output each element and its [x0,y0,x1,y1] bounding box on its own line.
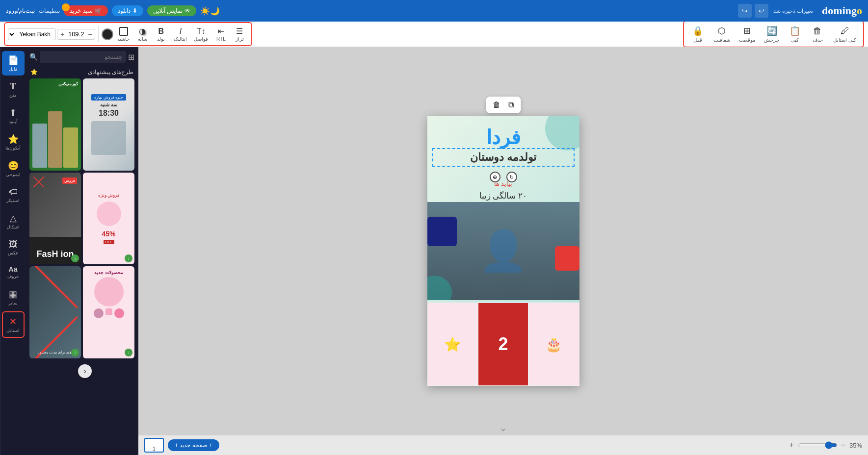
font-size-increase[interactable]: + [59,30,65,38]
canvas-main-text[interactable]: فردا [432,126,575,149]
star-icon: ⭐ [30,69,38,76]
download-icon: ⬇ [132,7,137,14]
zoom-in-button[interactable]: + [789,441,793,450]
panel-nav-left[interactable]: ‹ [78,364,92,378]
sidebar-item-remove-style[interactable]: ✕ استایل [2,311,25,338]
filter-icon[interactable]: ⊞ [128,52,134,62]
border-icon [119,27,128,36]
canvas-sub-text-2[interactable]: ۲۰ سالگی زیبا [432,191,575,201]
sticker-icon: 🏷 [9,187,18,197]
move-handle[interactable]: ⊕ [490,172,500,182]
align-button[interactable]: ☰ تراز [231,25,248,43]
t2-title: کوزمتیکس [32,81,78,86]
font-selector[interactable]: Yekan Bakh [8,28,56,40]
template-card-6[interactable]: لقط برای مدت محدود ↓ [29,266,81,358]
settings-link[interactable]: تنظیمات [39,7,60,14]
t3-off-badge: OFF [104,240,114,244]
rtl-icon: ⇤ [218,26,224,36]
top-bar: domingo تغییرات ذخیره شد ↩ ↪ 🌙☀️ 👁 نمایش… [0,0,868,22]
canvas-scroll-down[interactable]: ⌄ [500,423,507,433]
canvas-photo-area[interactable]: 👤 [427,202,579,300]
theme-toggle[interactable]: 🌙☀️ [200,6,220,16]
font-size-control: − + [57,29,95,40]
border-button[interactable]: حاشیه [114,25,132,43]
sidebar-item-shapes[interactable]: △ اشکال [2,209,25,233]
rotate-button[interactable]: 🔄 چرخش [760,24,783,45]
float-delete-button[interactable]: 🗑 [490,99,503,111]
page-thumb-1[interactable]: 1 [144,438,164,453]
bottom-bar: 35% − + + صفحه جدید + 1 [138,435,868,455]
font-size-decrease[interactable]: − [87,30,93,38]
grid-cell-star[interactable]: ⭐ [427,303,478,386]
italic-button[interactable]: I ایتالیک [171,25,190,43]
sidebar-item-sticker[interactable]: 🏷 استیکر [2,183,25,207]
rtl-button[interactable]: ⇤ RTL [212,25,230,43]
spacing-icon: ↕T [197,27,206,36]
lock-icon: 🔒 [692,25,703,36]
person-silhouette-icon: 👤 [479,228,528,274]
selection-handles: ↻ ⊕ [490,172,517,182]
sidebar-item-letters[interactable]: Aa حروف [2,261,25,283]
canvas-content: فردا تولدمه دوستان ↻ ⊕ بیاید ها ۲۰ سالگی… [427,116,579,386]
template-card-5[interactable]: محصولات جدید ↓ [83,266,134,358]
text-icon: T [10,81,16,92]
copy-icon: 📋 [789,25,800,36]
zoom-slider[interactable] [798,441,837,449]
sidebar-item-upload[interactable]: ⬆ آپلود [2,103,25,128]
card-download-badge-6: ↓ [71,349,79,356]
sidebar-item-files[interactable]: 📄 فایل [2,51,25,76]
card-download-badge-3: ↓ [125,254,132,262]
sidebar-item-emoji[interactable]: 😊 ایموجی [2,156,25,181]
undo-button[interactable]: ↩ [755,4,768,18]
template-card-2[interactable]: کوزمتیکس [29,78,81,171]
lock-button[interactable]: 🔒 قفل [687,24,709,45]
letters-icon: Aa [9,265,18,273]
star-icon: ⭐ [444,336,461,353]
color-picker[interactable] [102,28,113,40]
float-copy-button[interactable]: ⧉ [505,99,517,111]
download-button[interactable]: ⬇ دانلود [112,5,143,16]
cart-button[interactable]: 1 🛒 سبد خرید [64,5,107,16]
template-card-3[interactable]: فروش ویژه 45% OFF ↓ [83,173,134,265]
panel-search-bar: ⊞ 🔍 [26,47,138,67]
position-button[interactable]: ⊞ موقعیت [735,24,759,45]
app-logo: domingo [822,4,862,17]
delete-button[interactable]: 🗑 حذف [807,24,828,45]
search-input[interactable] [40,51,126,63]
right-panel: ⊞ 🔍 طرح‌های پیشنهادی ⭐ جلوه فروش بهاره س… [26,47,138,455]
opacity-icon: ⬡ [718,25,726,36]
font-size-input[interactable] [66,30,86,38]
t4-x-mark [31,175,46,189]
sidebar-item-icons[interactable]: ⭐ آیکون‌ها [2,130,25,154]
cart-badge: 1 [62,3,70,11]
sidebar-item-other[interactable]: ▦ سایر [2,285,25,309]
t1-badge: جلوه فروش بهاره [91,94,126,101]
preview-button[interactable]: 👁 نمایش آنلاین [147,5,196,16]
auth-link[interactable]: ثبت‌نام/ورود [6,7,35,14]
t6-x-mark [29,266,81,358]
template-card-4[interactable]: فروش FasH ion ↓ [29,173,81,265]
copy-style-icon: 🖊 [841,26,849,36]
copy-button[interactable]: 📋 کپی [784,24,806,45]
sidebar-item-photo[interactable]: 🖼 عکس [2,235,25,259]
sidebar-item-text[interactable]: T متن [2,77,25,101]
redo-button[interactable]: ↪ [738,4,752,18]
template-card-1[interactable]: جلوه فروش بهاره سه شنبه 18:30 [83,78,134,171]
new-page-icon: + [209,442,212,449]
sidebar: 📄 فایل T متن ⬆ آپلود ⭐ آیکون‌ها 😊 ایموجی… [0,47,26,455]
shadow-button[interactable]: ◑ سایه [133,25,151,43]
canvas-selected-text[interactable]: تولدمه دوستان [432,148,575,167]
grid-cell-candles[interactable]: 🎂 [528,303,579,386]
rotate-handle[interactable]: ↻ [506,172,517,182]
copy-style-button[interactable]: 🖊 کپی استایل [829,24,860,45]
zoom-out-button[interactable]: − [841,441,845,450]
opacity-button[interactable]: ⬡ شفافیت [710,24,734,45]
t1-map [91,121,126,155]
top-bar-right-actions: 🌙☀️ 👁 نمایش آنلاین ⬇ دانلود 1 🛒 سبد خرید… [6,5,220,16]
new-page-button[interactable]: + صفحه جدید + [168,439,219,451]
align-icon: ☰ [236,26,243,36]
search-icon: 🔍 [29,53,38,61]
spacing-button[interactable]: ↕T فواصل [191,25,211,43]
bold-button[interactable]: B بولد [152,25,170,43]
grid-cell-number[interactable]: 2 [478,303,528,386]
